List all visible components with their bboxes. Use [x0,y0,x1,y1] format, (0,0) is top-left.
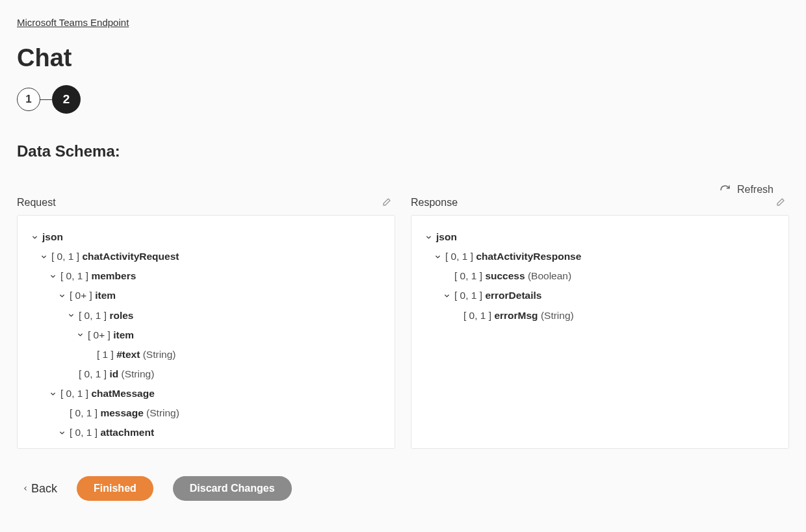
chevron-left-icon [22,484,29,493]
tree-node[interactable]: [ 0+ ] item [31,325,382,345]
stepper: 1 2 [17,85,789,114]
chevron-down-icon[interactable] [49,390,57,398]
chevron-down-icon[interactable] [49,273,57,280]
chevron-down-icon[interactable] [40,253,47,260]
finished-button[interactable]: Finished [77,476,153,501]
tree-node-label: [ 0, 1 ] id (String) [79,368,154,381]
tree-node[interactable]: [ 0, 1 ] attachment [31,423,382,442]
back-button[interactable]: Back [22,482,57,496]
refresh-icon [720,184,731,196]
tree-node: [ 1 ] #text (String) [31,345,382,364]
tree-node-label: [ 0, 1 ] attachment [70,426,154,439]
chevron-down-icon[interactable] [443,292,450,299]
step-connector [40,99,52,100]
chevron-down-icon[interactable] [31,234,38,241]
tree-node-label: [ 0+ ] item [70,289,116,302]
tree-node[interactable]: [ 0, 1 ] roles [31,306,382,325]
tree-node[interactable]: json [424,227,775,247]
tree-node-label: json [42,231,63,244]
tree-node[interactable]: json [31,227,382,247]
tree-node-label: [ 1 ] #text (String) [97,348,176,361]
tree-node: [ 0, 1 ] id (String) [31,364,382,384]
step-1[interactable]: 1 [17,88,40,111]
tree-node: [ 0, 1 ] success (Boolean) [424,266,775,286]
refresh-label: Refresh [737,184,774,196]
tree-node[interactable]: [ 0, 1 ] chatMessage [31,384,382,403]
request-panel: Request json[ 0, 1 ] chatActivityRequest… [17,197,395,449]
tree-node: [ 0, 1 ] message (String) [31,403,382,423]
discard-changes-button[interactable]: Discard Changes [173,476,292,501]
tree-node-label: [ 0+ ] item [88,329,134,342]
chevron-down-icon[interactable] [67,312,75,319]
tree-node-label: [ 0, 1 ] chatActivityResponse [445,250,581,263]
tree-node[interactable]: [ 0, 1 ] errorDetails [424,286,775,305]
tree-node-label: [ 0, 1 ] chatMessage [60,387,155,400]
edit-request-icon[interactable] [381,197,391,208]
page-title: Chat [17,44,789,72]
back-label: Back [31,482,57,496]
tree-node[interactable]: [ 0+ ] item [31,286,382,305]
tree-node: [ 0, 1 ] errorMsg (String) [424,306,775,325]
section-title: Data Schema: [17,142,789,160]
tree-node[interactable]: [ 0, 1 ] chatActivityResponse [424,247,775,266]
refresh-button[interactable]: Refresh [720,184,789,196]
chevron-down-icon[interactable] [58,292,66,299]
tree-node-label: json [436,231,457,244]
tree-node-label: [ 0, 1 ] members [60,270,136,283]
tree-node-label: [ 0, 1 ] message (String) [70,407,179,420]
tree-node-label: [ 0, 1 ] roles [79,309,133,322]
request-tree[interactable]: json[ 0, 1 ] chatActivityRequest[ 0, 1 ]… [17,215,395,449]
chevron-down-icon[interactable] [424,234,432,241]
response-label: Response [411,197,458,209]
tree-node[interactable]: [ 0, 1 ] members [31,266,382,286]
tree-node-label: [ 0, 1 ] chatActivityRequest [51,250,179,263]
response-tree[interactable]: json[ 0, 1 ] chatActivityResponse[ 0, 1 … [411,215,789,449]
response-panel: Response json[ 0, 1 ] chatActivityRespon… [411,197,789,449]
edit-response-icon[interactable] [775,197,785,208]
chevron-down-icon[interactable] [434,253,441,260]
chevron-down-icon[interactable] [58,429,66,437]
tree-node-label: [ 0, 1 ] errorDetails [454,289,541,302]
chevron-down-icon[interactable] [76,331,84,338]
request-label: Request [17,197,56,209]
breadcrumb-link[interactable]: Microsoft Teams Endpoint [17,17,129,28]
tree-node[interactable]: [ 0, 1 ] chatActivityRequest [31,247,382,266]
tree-node-label: [ 0, 1 ] success (Boolean) [454,270,571,283]
tree-node-label: [ 0, 1 ] errorMsg (String) [463,309,574,322]
step-2[interactable]: 2 [52,85,81,114]
